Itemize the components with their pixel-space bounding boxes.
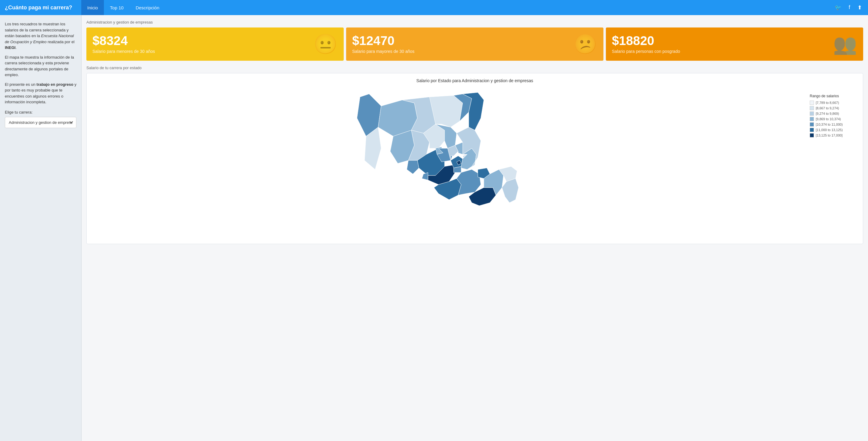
- salary-cards: $8324 Salario para menores de 30 años 😐 …: [86, 28, 863, 61]
- map-legend: Rango de salarios [7,789 to 8,667) [8,66…: [810, 88, 858, 139]
- legend-color-7: [810, 133, 814, 137]
- navbar: ¿Cuánto paga mi carrera? Inicio Top 10 D…: [0, 0, 868, 15]
- nav-links: Inicio Top 10 Descripción: [81, 0, 834, 15]
- legend-color-3: [810, 112, 814, 116]
- main-content: Administracion y gestion de empresas $83…: [82, 15, 868, 441]
- salary-section-label: Administracion y gestion de empresas: [86, 20, 863, 25]
- salary-amount-posgrado: $18820: [612, 34, 680, 47]
- salary-emoji-under30: 😐: [313, 34, 338, 54]
- legend-color-1: [810, 101, 814, 105]
- nav-inicio[interactable]: Inicio: [81, 0, 104, 15]
- map-container: Rango de salarios [7,789 to 8,667) [8,66…: [92, 88, 858, 239]
- salary-emoji-posgrado: 👥: [833, 34, 857, 54]
- twitter-icon[interactable]: 🐦: [834, 3, 843, 12]
- brand-title: ¿Cuánto paga mi carrera?: [5, 4, 72, 11]
- nav-top10[interactable]: Top 10: [104, 0, 130, 15]
- salary-card-under30: $8324 Salario para menores de 30 años 😐: [86, 28, 344, 61]
- career-select[interactable]: Administracion y gestion de empresas: [5, 117, 76, 128]
- salary-card-over30: $12470 Salario para mayores de 30 años 😕: [346, 28, 603, 61]
- salary-emoji-over30: 😕: [573, 34, 597, 54]
- salary-desc-posgrado: Salario para personas con posgrado: [612, 49, 680, 54]
- legend-item-4: [9,869 to 10,374): [810, 117, 858, 121]
- legend-color-5: [810, 122, 814, 127]
- nav-social-icons: 🐦 f ⬆: [834, 3, 863, 12]
- facebook-icon[interactable]: f: [847, 3, 851, 12]
- legend-label-7: [13,125 to 17,000]: [816, 133, 843, 137]
- sidebar-paragraph-1: Los tres recuadros te muestran los salar…: [5, 21, 76, 51]
- legend-title: Rango de salarios: [810, 94, 858, 98]
- legend-color-2: [810, 106, 814, 110]
- legend-item-7: [13,125 to 17,000]: [810, 133, 858, 137]
- legend-item-3: [9,274 to 9,869): [810, 112, 858, 116]
- map-svg-wrapper: [92, 88, 804, 239]
- salary-card-posgrado: $18820 Salario para personas con posgrad…: [606, 28, 863, 61]
- legend-label-2: [8,667 to 9,274): [816, 106, 839, 110]
- map-title: Salario por Estado para Administracion y…: [92, 78, 858, 83]
- legend-item-2: [8,667 to 9,274): [810, 106, 858, 110]
- legend-item-1: [7,789 to 8,667): [810, 101, 858, 105]
- legend-label-6: [11,000 to 13,125): [816, 128, 843, 132]
- legend-color-6: [810, 128, 814, 132]
- legend-item-5: [10,374 to 11,000): [810, 122, 858, 127]
- legend-color-4: [810, 117, 814, 121]
- legend-label-5: [10,374 to 11,000): [816, 123, 843, 126]
- salary-amount-under30: $8324: [92, 34, 155, 47]
- legend-label-3: [9,274 to 9,869): [816, 112, 839, 115]
- career-select-label: Elige tu carrera:: [5, 110, 76, 115]
- sidebar-paragraph-2: El mapa te muestra la información de la …: [5, 54, 76, 78]
- mexico-map-svg: [342, 88, 553, 239]
- sidebar: Los tres recuadros te muestran los salar…: [0, 15, 82, 441]
- nav-descripcion[interactable]: Descripción: [130, 0, 165, 15]
- share-icon[interactable]: ⬆: [856, 3, 863, 12]
- legend-label-1: [7,789 to 8,667): [816, 101, 839, 104]
- sidebar-paragraph-3: El presente es un trabajo en progreso y …: [5, 82, 76, 105]
- page-layout: Los tres recuadros te muestran los salar…: [0, 15, 868, 441]
- salary-desc-under30: Salario para menores de 30 años: [92, 49, 155, 54]
- salary-amount-over30: $12470: [352, 34, 414, 47]
- legend-item-6: [11,000 to 13,125): [810, 128, 858, 132]
- map-section-label: Salario de tu carrera por estado: [86, 66, 863, 70]
- map-section: Salario por Estado para Administracion y…: [86, 73, 863, 244]
- salary-desc-over30: Salario para mayores de 30 años: [352, 49, 414, 54]
- legend-label-4: [9,869 to 10,374): [816, 117, 841, 121]
